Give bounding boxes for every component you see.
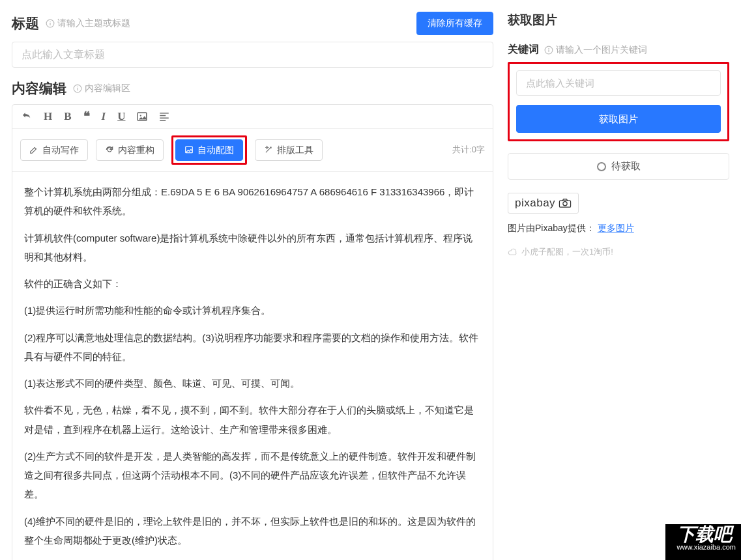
- keyword-header: 关键词 请输入一个图片关键词: [508, 43, 729, 57]
- editor-hint: 内容编辑区: [73, 83, 130, 94]
- svg-point-4: [77, 86, 78, 87]
- info-icon: [544, 46, 553, 55]
- content-paragraph: 软件的正确含义如下：: [24, 274, 481, 293]
- cost-note: 小虎子配图，一次1淘币!: [508, 246, 729, 258]
- content-paragraph: (2)程序可以满意地处理信息的数据结构。(3)说明程序功能要求和程序需要的文档的…: [24, 328, 481, 367]
- info-icon: [73, 84, 82, 93]
- heading-icon[interactable]: H: [42, 110, 53, 123]
- fetch-image-button[interactable]: 获取图片: [516, 105, 721, 133]
- editor-container: H B ❝ I U 自动写作 内容重构: [12, 104, 493, 560]
- sidebar-title: 获取图片: [508, 12, 729, 29]
- wand-icon: [264, 145, 273, 154]
- align-icon[interactable]: [158, 110, 171, 123]
- content-paragraph: 计算机软件(computer software)是指计算机系统中除硬件以外的所有…: [24, 229, 481, 267]
- svg-point-13: [563, 202, 567, 206]
- word-count: 共计:0字: [452, 144, 485, 156]
- info-icon: [46, 19, 55, 28]
- restructure-button[interactable]: 内容重构: [96, 139, 164, 161]
- highlight-auto-image: 自动配图: [171, 135, 247, 165]
- title-label: 标题: [12, 14, 39, 33]
- format-toolbar: H B ❝ I U: [12, 105, 493, 129]
- title-header: 标题 请输入主题或标题 清除所有缓存: [12, 12, 493, 35]
- underline-icon[interactable]: U: [116, 110, 126, 123]
- editor-label: 内容编辑: [12, 79, 66, 98]
- pending-status[interactable]: 待获取: [508, 153, 729, 180]
- content-paragraph: 整个计算机系统由两部分组成：E.69DA 5 E 6 BA 9062616964…: [24, 182, 481, 221]
- auto-write-button[interactable]: 自动写作: [20, 139, 88, 161]
- auto-image-button[interactable]: 自动配图: [175, 139, 243, 161]
- svg-point-7: [140, 115, 141, 116]
- undo-icon[interactable]: [20, 110, 33, 123]
- svg-rect-11: [548, 49, 549, 51]
- bold-icon[interactable]: B: [63, 110, 72, 123]
- pencil-icon: [29, 145, 38, 154]
- keyword-hint: 请输入一个图片关键词: [544, 44, 647, 56]
- keyword-label: 关键词: [508, 43, 539, 57]
- keyword-input[interactable]: [516, 70, 721, 96]
- camera-icon: [559, 199, 572, 208]
- svg-rect-2: [50, 23, 50, 25]
- editor-content[interactable]: 整个计算机系统由两部分组成：E.69DA 5 E 6 BA 9062616964…: [12, 172, 493, 560]
- watermark: 下载吧 www.xiazaiba.com: [665, 524, 741, 560]
- cloud-icon: [508, 247, 517, 257]
- clear-cache-button[interactable]: 清除所有缓存: [416, 12, 493, 35]
- picture-icon: [184, 145, 194, 154]
- pixabay-logo: pixabay: [508, 193, 579, 214]
- content-paragraph: (1)表达形式不同的硬件类型、颜色、味道、可见、可摸、可闻。: [24, 374, 481, 393]
- svg-rect-5: [77, 87, 78, 90]
- more-images-link[interactable]: 更多图片: [598, 223, 634, 233]
- content-paragraph: (1)提供运行时所需功能和性能的命令或计算机程序集合。: [24, 301, 481, 320]
- refresh-icon: [105, 145, 114, 154]
- image-icon[interactable]: [136, 110, 149, 123]
- article-title-input[interactable]: [12, 42, 493, 68]
- svg-point-10: [548, 48, 549, 48]
- content-paragraph: 软件看不见，无色，枯燥，看不见，摸不到，闻不到。软件大部分存在于人们的头脑或纸上…: [24, 400, 481, 439]
- action-toolbar: 自动写作 内容重构 自动配图 排版工具 共计:0字: [12, 129, 493, 173]
- title-hint: 请输入主题或标题: [46, 18, 130, 29]
- image-source-line: 图片由Pixabay提供： 更多图片: [508, 223, 729, 234]
- svg-point-1: [50, 21, 50, 21]
- content-paragraph: (4)维护不同的硬件是旧的，理论上软件是旧的，并不坏，但实际上软件也是旧的和坏的…: [24, 512, 481, 550]
- italic-icon[interactable]: I: [100, 110, 108, 123]
- layout-tool-button[interactable]: 排版工具: [255, 139, 323, 161]
- content-paragraph: (2)生产方式不同的软件是开发，是人类智能的高发挥，而不是传统意义上的硬件制造。…: [24, 447, 481, 504]
- highlight-keyword-box: 获取图片: [508, 62, 729, 141]
- circle-icon: [597, 162, 606, 171]
- quote-icon[interactable]: ❝: [82, 110, 91, 123]
